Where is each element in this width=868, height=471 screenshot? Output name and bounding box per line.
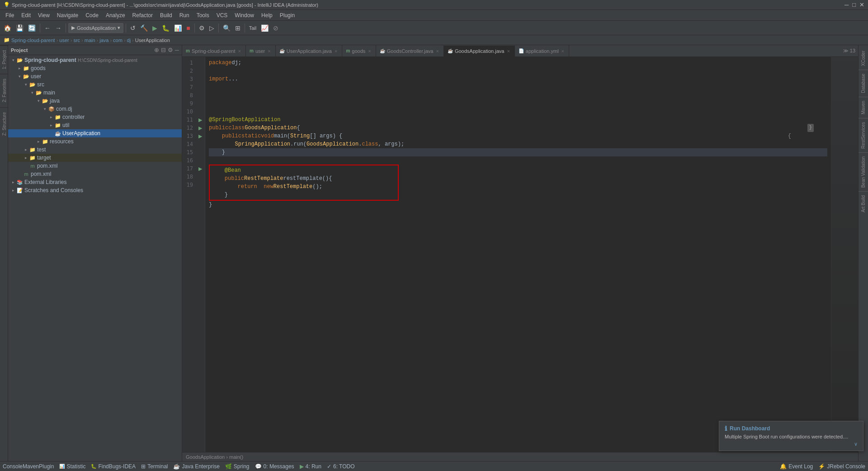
breadcrumb-dj[interactable]: dj <box>127 38 131 43</box>
tree-item-user[interactable]: ▾ 📂 user <box>8 72 182 80</box>
code-content[interactable]: package dj; ⊟ import ... 🔧 ▶ <box>205 57 831 452</box>
tree-arrow-comdj[interactable]: ▾ <box>42 107 48 111</box>
menu-refactor[interactable]: Refactor <box>129 11 156 19</box>
left-tab-structure[interactable]: Z: Structure <box>0 107 8 140</box>
tree-arrow-java[interactable]: ▾ <box>35 99 42 103</box>
bottom-tab-event-log[interactable]: 🔔 Event Log <box>777 462 816 471</box>
toolbar-build-btn[interactable]: 🔨 <box>138 23 150 33</box>
tab-user-application[interactable]: ☕ UserApplication.java × <box>276 45 343 57</box>
bottom-tab-console-maven[interactable]: ConsoleMavenPlugin <box>0 462 57 471</box>
bottom-tab-terminal[interactable]: ⊞ Terminal <box>138 462 170 471</box>
tree-arrow-ext-libs[interactable]: ▸ <box>10 180 16 184</box>
right-tab-restservices[interactable]: RestServices <box>860 118 867 152</box>
maximize-button[interactable]: □ <box>852 1 856 8</box>
breadcrumb-src[interactable]: src <box>73 38 80 43</box>
tree-item-target[interactable]: ▸ 📁 target <box>8 154 182 162</box>
toolbar-graph-btn[interactable]: 📈 <box>259 23 270 33</box>
right-tab-maven[interactable]: Maven <box>860 97 867 118</box>
tab-application-yml[interactable]: 📄 application.yml × <box>515 45 569 57</box>
tree-arrow-resources[interactable]: ▸ <box>35 139 42 144</box>
tabs-more-button[interactable]: ≫ 13 <box>840 48 858 54</box>
tree-item-controller[interactable]: ▸ 📁 controller <box>8 113 182 121</box>
breadcrumb-main[interactable]: main <box>85 38 95 43</box>
run-dashboard-expand-btn[interactable]: ∨ <box>854 441 858 447</box>
bottom-tab-messages[interactable]: 💬 0: Messages <box>252 462 297 471</box>
bottom-tab-java-enterprise[interactable]: ☕ Java Enterprise <box>170 462 222 471</box>
tree-item-pom-root[interactable]: m pom.xml <box>8 170 182 178</box>
tree-arrow-root[interactable]: ▾ <box>10 58 16 62</box>
gutter-run-8[interactable]: ▶ <box>197 116 204 124</box>
tree-item-ext-libs[interactable]: ▸ 📚 External Libraries <box>8 178 182 186</box>
breadcrumb-user-application[interactable]: UserApplication <box>135 38 170 43</box>
tab-close-goods-controller[interactable]: × <box>435 48 440 54</box>
tree-item-main[interactable]: ▾ 📂 main <box>8 89 182 97</box>
bottom-tab-run[interactable]: ▶ 4: Run <box>297 462 324 471</box>
right-tab-xcoder[interactable]: XCoder <box>860 47 867 70</box>
toolbar-stop2-btn[interactable]: ⊘ <box>271 23 280 33</box>
tree-item-resources[interactable]: ▸ 📁 resources <box>8 137 182 146</box>
project-collapse-icon[interactable]: ⊟ <box>161 47 166 53</box>
menu-build[interactable]: Build <box>156 11 176 19</box>
tab-spring-cloud-parent[interactable]: m Spring-cloud-parent × <box>182 45 246 57</box>
tree-arrow-util[interactable]: ▸ <box>48 123 54 127</box>
left-tab-favorites[interactable]: 2: Favorites <box>0 74 8 107</box>
left-tab-project[interactable]: 1: Project <box>0 45 8 74</box>
tree-item-java[interactable]: ▾ 📂 java <box>8 97 182 105</box>
tree-arrow-scratches[interactable]: ▸ <box>10 188 16 193</box>
bottom-tab-statistic[interactable]: 📊 Statistic <box>57 462 88 471</box>
tab-goods-application[interactable]: ☕ GoodsApplication.java × <box>444 46 515 57</box>
breadcrumb-spring-cloud-parent[interactable]: Spring-cloud-parent <box>11 38 55 43</box>
project-close-icon[interactable]: ─ <box>175 47 179 53</box>
bottom-tab-jrebel[interactable]: ⚡ JRebel Console <box>816 462 868 471</box>
tree-arrow-user[interactable]: ▾ <box>16 74 23 79</box>
tree-item-util[interactable]: ▸ 📁 util <box>8 121 182 129</box>
tree-item-test[interactable]: ▸ 📁 test <box>8 146 182 154</box>
tree-arrow-goods[interactable]: ▸ <box>16 66 23 71</box>
breadcrumb-com[interactable]: com <box>113 38 123 43</box>
menu-view[interactable]: View <box>34 11 53 19</box>
toolbar-save-btn[interactable]: 💾 <box>14 23 25 33</box>
toolbar-back-btn[interactable]: ← <box>42 23 52 33</box>
right-tab-database[interactable]: Database <box>860 70 867 97</box>
menu-plugin[interactable]: Plugin <box>276 11 298 19</box>
menu-code[interactable]: Code <box>82 11 102 19</box>
tree-arrow-test[interactable]: ▸ <box>23 147 29 152</box>
tree-arrow-target[interactable]: ▸ <box>23 155 29 160</box>
tab-close-spring-cloud-parent[interactable]: × <box>237 48 242 54</box>
toolbar-project-btn[interactable]: 🏠 <box>2 23 13 33</box>
tree-item-userapplication[interactable]: ☕ UserApplication <box>8 129 182 137</box>
breadcrumb-user[interactable]: user <box>59 38 69 43</box>
tree-item-comdj[interactable]: ▾ 📦 com.dj <box>8 105 182 113</box>
project-sync-icon[interactable]: ⊕ <box>154 47 159 53</box>
toolbar-debug-btn[interactable]: 🐛 <box>160 23 171 33</box>
right-tab-bean-validation[interactable]: Bean Validation <box>860 153 867 191</box>
menu-tools[interactable]: Tools <box>193 11 213 19</box>
code-fold-marker[interactable]: } <box>807 124 814 132</box>
toolbar-run-btn2[interactable]: ▷ <box>208 23 216 33</box>
tree-item-pom-user[interactable]: m pom.xml <box>8 162 182 170</box>
menu-analyze[interactable]: Analyze <box>102 11 129 19</box>
toolbar-play-btn[interactable]: ▶ <box>151 23 159 33</box>
menu-run[interactable]: Run <box>176 11 193 19</box>
toolbar-search-btn[interactable]: 🔍 <box>221 23 232 33</box>
menu-help[interactable]: Help <box>258 11 276 19</box>
tab-close-goods[interactable]: × <box>367 48 372 54</box>
tab-close-user[interactable]: × <box>267 48 271 54</box>
toolbar-refresh-btn[interactable]: ↺ <box>128 23 137 33</box>
tree-arrow-controller[interactable]: ▸ <box>48 115 54 119</box>
run-config-dropdown[interactable]: ▶ GoodsApplication ▾ <box>68 23 123 33</box>
tree-item-goods[interactable]: ▸ 📁 goods <box>8 64 182 72</box>
title-controls[interactable]: ─ □ ✕ <box>844 1 864 8</box>
toolbar-stop-btn[interactable]: ■ <box>184 23 192 33</box>
toolbar-sync-btn[interactable]: 🔄 <box>26 23 38 33</box>
tab-close-application-yml[interactable]: × <box>561 48 565 54</box>
toolbar-forward-btn[interactable]: → <box>53 23 63 33</box>
tree-item-root[interactable]: ▾ 📂 Spring-cloud-parent H:\CSDN\Spring-c… <box>8 56 182 64</box>
close-button[interactable]: ✕ <box>859 1 864 8</box>
menu-file[interactable]: File <box>2 11 18 19</box>
minimize-button[interactable]: ─ <box>844 1 849 8</box>
menu-vcs[interactable]: VCS <box>213 11 231 19</box>
bottom-tab-todo[interactable]: ✓ 6: TODO <box>324 462 358 471</box>
menu-navigate[interactable]: Navigate <box>53 11 82 19</box>
tab-goods-controller[interactable]: ☕ GoodsController.java × <box>376 45 444 57</box>
